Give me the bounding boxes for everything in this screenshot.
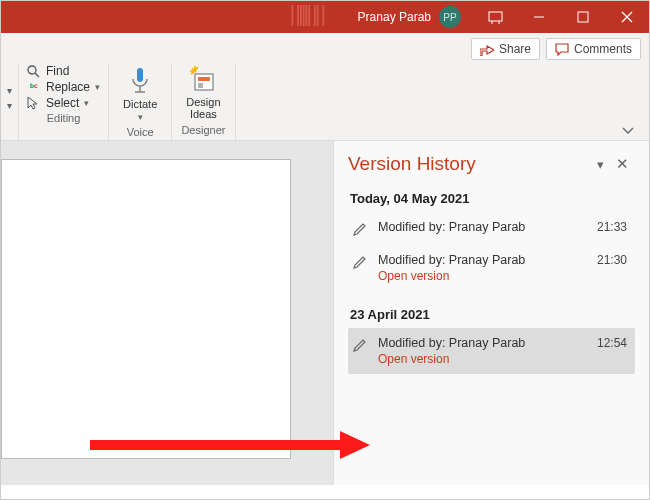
share-label: Share: [499, 42, 531, 56]
split-dropdown[interactable]: ▾: [7, 85, 12, 96]
designer-group-label: Designer: [181, 124, 225, 136]
svg-rect-4: [578, 12, 588, 22]
comments-button[interactable]: Comments: [546, 38, 641, 60]
title-decoration: | ||||| || |: [290, 1, 324, 27]
svg-point-7: [28, 66, 36, 74]
svg-rect-0: [489, 12, 502, 21]
design-ideas-label: DesignIdeas: [186, 96, 220, 120]
svg-rect-13: [198, 77, 210, 81]
select-button[interactable]: Select ▾: [27, 96, 100, 110]
version-text: Modified by: Pranay Parab: [378, 336, 525, 350]
version-time: 21:33: [597, 220, 627, 234]
version-item[interactable]: Modified by: Pranay Parab21:30Open versi…: [348, 245, 635, 291]
slide[interactable]: [1, 159, 291, 459]
editing-group-label: Editing: [47, 112, 81, 124]
dictate-dropdown-icon[interactable]: ▾: [138, 112, 143, 122]
slide-canvas-area: [1, 141, 333, 485]
select-dropdown-icon[interactable]: ▾: [84, 98, 89, 108]
section-heading: Today, 04 May 2021: [350, 191, 635, 206]
dictate-button[interactable]: Dictate ▾: [117, 64, 163, 124]
design-ideas-button[interactable]: DesignIdeas: [180, 64, 226, 122]
replace-button[interactable]: ᵇᶜ Replace ▾: [27, 80, 100, 94]
version-text: Modified by: Pranay Parab: [378, 253, 525, 267]
design-ideas-icon: [190, 66, 216, 94]
user-avatar[interactable]: PP: [439, 6, 461, 28]
split-dropdown-2[interactable]: ▾: [7, 100, 12, 111]
version-time: 12:54: [597, 336, 627, 350]
maximize-button[interactable]: [561, 1, 605, 33]
comments-icon: [555, 43, 569, 56]
replace-dropdown-icon[interactable]: ▾: [95, 82, 100, 92]
select-label: Select: [46, 96, 79, 110]
section-heading: 23 April 2021: [350, 307, 635, 322]
microphone-icon: [129, 66, 151, 96]
title-bar: | ||||| || | Pranay Parab PP: [1, 1, 649, 33]
voice-group: Dictate ▾ Voice: [109, 64, 172, 140]
replace-icon: ᵇᶜ: [27, 82, 41, 93]
minimize-button[interactable]: [517, 1, 561, 33]
svg-rect-9: [137, 68, 143, 82]
pencil-icon: [352, 222, 368, 237]
designer-group: DesignIdeas Designer: [172, 64, 235, 140]
replace-label: Replace: [46, 80, 90, 94]
version-time: 21:30: [597, 253, 627, 267]
collapse-ribbon-button[interactable]: [613, 122, 643, 140]
comments-label: Comments: [574, 42, 632, 56]
find-label: Find: [46, 64, 69, 78]
ribbon-display-options-button[interactable]: [473, 1, 517, 33]
version-history-panel: Version History ▾ ✕ Today, 04 May 2021Mo…: [333, 141, 649, 485]
ribbon: Share Comments ▾ ▾ Find: [1, 33, 649, 141]
editing-group: Find ᵇᶜ Replace ▾ Select ▾: [19, 64, 109, 140]
open-version-link[interactable]: Open version: [378, 352, 627, 366]
version-item[interactable]: Modified by: Pranay Parab21:33: [348, 212, 635, 245]
version-text: Modified by: Pranay Parab: [378, 220, 525, 234]
find-button[interactable]: Find: [27, 64, 100, 78]
share-icon: [480, 43, 494, 56]
workspace: Version History ▾ ✕ Today, 04 May 2021Mo…: [1, 141, 649, 485]
panel-options-button[interactable]: ▾: [591, 155, 610, 174]
find-icon: [27, 65, 41, 78]
svg-line-8: [35, 73, 39, 77]
svg-rect-14: [198, 83, 203, 88]
select-icon: [27, 96, 41, 110]
panel-close-button[interactable]: ✕: [610, 153, 635, 175]
open-version-link[interactable]: Open version: [378, 269, 627, 283]
pencil-icon: [352, 255, 368, 270]
panel-title: Version History: [348, 153, 476, 175]
pencil-icon: [352, 338, 368, 353]
user-name: Pranay Parab: [358, 10, 431, 24]
share-button[interactable]: Share: [471, 38, 540, 60]
close-window-button[interactable]: [605, 1, 649, 33]
voice-group-label: Voice: [127, 126, 154, 138]
svg-rect-12: [195, 74, 213, 90]
dictate-label: Dictate: [123, 98, 157, 110]
version-item[interactable]: Modified by: Pranay Parab12:54Open versi…: [348, 328, 635, 374]
